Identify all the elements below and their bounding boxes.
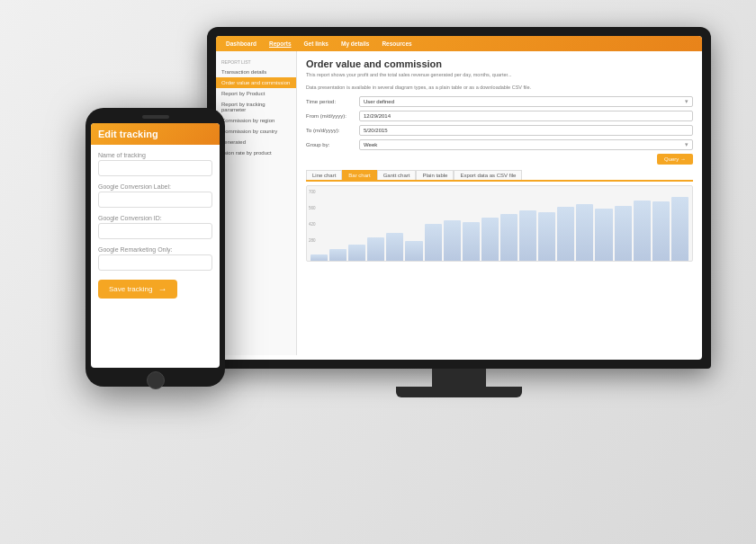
phone-page-title: Edit tracking (98, 129, 212, 139)
phone-label-convlabel: Google Conversion Label: (98, 183, 212, 190)
phone-home-button[interactable] (147, 371, 165, 389)
tab-linechart[interactable]: Line chart (306, 170, 342, 180)
sidebar-item-transaction[interactable]: Transaction details (216, 67, 296, 77)
input-groupby[interactable]: Week ▾ (359, 139, 693, 150)
phone-field-convid: Google Conversion ID: (98, 215, 212, 239)
label-from: From (m/d/yyyy): (306, 113, 356, 119)
chart-bar (595, 209, 612, 262)
report-title: Order value and commission (306, 58, 693, 69)
y-label-420: 420 (309, 222, 316, 227)
dropdown-arrow-groupby: ▾ (685, 141, 688, 148)
monitor-screen: Dashboard Reports Get links My details R… (216, 36, 702, 360)
chart-bar (557, 207, 574, 261)
phone-header: Edit tracking (91, 123, 220, 145)
nav-item-dashboard[interactable]: Dashboard (223, 40, 259, 48)
chart-bar (519, 210, 536, 261)
sidebar-item-ordervalue[interactable]: Order value and commission (216, 77, 296, 88)
save-tracking-button[interactable]: Save tracking → (98, 280, 177, 299)
form-row-from: From (m/d/yyyy): 12/29/2014 (306, 111, 693, 121)
chart-bar (615, 206, 632, 262)
sidebar-item-ssionrate[interactable]: ssion rate by product (216, 147, 296, 158)
label-groupby: Group by: (306, 142, 356, 147)
sidebar-item-generated[interactable]: generated (216, 137, 296, 147)
phone-input-remarketing[interactable] (98, 254, 212, 271)
sidebar-section-label: REPORT LIST (216, 57, 296, 67)
dropdown-arrow-timeperiod: ▾ (685, 98, 688, 105)
phone-screen: Edit tracking Name of tracking Google Co… (91, 123, 220, 368)
chart-bar (634, 201, 651, 262)
form-row-groupby: Group by: Week ▾ (306, 139, 693, 150)
chart-bar (329, 249, 346, 262)
chart-bar (386, 233, 403, 262)
input-timeperiod[interactable]: User defined ▾ (359, 96, 693, 107)
monitor-stand-base (396, 387, 522, 397)
chart-bar (444, 220, 461, 261)
chart-bar (538, 212, 555, 261)
form-row-timeperiod: Time period: User defined ▾ (306, 96, 693, 107)
monitor-nav: Dashboard Reports Get links My details R… (216, 36, 702, 51)
tab-plaintable[interactable]: Plain table (416, 170, 454, 180)
phone: Edit tracking Name of tracking Google Co… (86, 108, 225, 387)
nav-item-getlinks[interactable]: Get links (302, 40, 331, 48)
sidebar-item-reporttracking[interactable]: Report by tracking parameter (216, 99, 296, 115)
phone-input-convid[interactable] (98, 223, 212, 239)
tab-exportcsv[interactable]: Export data as CSV file (454, 170, 522, 180)
input-from[interactable]: 12/29/2014 (359, 111, 693, 121)
query-button[interactable]: Query → (657, 154, 693, 165)
nav-item-mydetails[interactable]: My details (338, 40, 372, 48)
chart-bar (463, 222, 480, 262)
phone-label-convid: Google Conversion ID: (98, 215, 212, 221)
chart-bar (425, 224, 442, 261)
chart-bar (671, 197, 688, 261)
phone-input-name[interactable] (98, 160, 212, 176)
chart-bar (482, 218, 499, 262)
monitor-content: REPORT LIST Transaction details Order va… (216, 51, 702, 355)
chart-bar (310, 254, 328, 262)
monitor-stand-neck (432, 369, 486, 387)
y-label-560: 560 (309, 206, 316, 210)
sidebar-item-commcountry[interactable]: Commission by country (216, 126, 296, 137)
report-description: This report shows your profit and the to… (306, 72, 693, 79)
phone-label-remarketing: Google Remarketing Only: (98, 246, 212, 253)
monitor-body: Dashboard Reports Get links My details R… (207, 27, 711, 369)
tab-ganttchart[interactable]: Gantt chart (377, 170, 417, 180)
save-tracking-label: Save tracking (109, 285, 152, 293)
phone-label-name: Name of tracking (98, 152, 212, 158)
monitor: Dashboard Reports Get links My details R… (207, 27, 711, 405)
sidebar-item-commregion[interactable]: Commission by region (216, 115, 296, 126)
phone-content: Name of tracking Google Conversion Label… (91, 145, 220, 306)
bar-chart: 700 560 420 280 (306, 185, 693, 262)
form-row-to: To (m/d/yyyy): 5/20/2015 (306, 125, 693, 136)
chart-tabs: Line chart Bar chart Gantt chart Plain t… (306, 170, 693, 182)
y-label-700: 700 (309, 190, 316, 194)
phone-field-remarketing: Google Remarketing Only: (98, 246, 212, 271)
save-tracking-arrow: → (158, 284, 166, 294)
monitor-main: Order value and commission This report s… (297, 51, 702, 355)
phone-input-convlabel[interactable] (98, 192, 212, 208)
phone-body: Edit tracking Name of tracking Google Co… (86, 108, 225, 387)
input-to[interactable]: 5/20/2015 (359, 125, 693, 136)
chart-bar (405, 241, 422, 262)
monitor-sidebar: REPORT LIST Transaction details Order va… (216, 51, 297, 355)
chart-bar (348, 245, 365, 262)
chart-bar (652, 201, 670, 261)
y-label-280: 280 (309, 238, 316, 243)
report-description2: Data presentation is available in severa… (306, 85, 693, 92)
scene: Dashboard Reports Get links My details R… (0, 0, 756, 544)
phone-speaker (142, 115, 169, 119)
chart-bar (576, 204, 593, 262)
sidebar-item-reportproduct[interactable]: Report by Product (216, 88, 296, 99)
nav-item-resources[interactable]: Resources (379, 40, 414, 48)
phone-field-convlabel: Google Conversion Label: (98, 183, 212, 208)
phone-field-name: Name of tracking (98, 152, 212, 176)
label-to: To (m/d/yyyy): (306, 128, 356, 133)
chart-bar (500, 214, 518, 262)
tab-barchart[interactable]: Bar chart (342, 170, 376, 180)
nav-item-reports[interactable]: Reports (266, 40, 294, 48)
chart-bar (367, 237, 384, 261)
label-timeperiod: Time period: (306, 99, 356, 104)
